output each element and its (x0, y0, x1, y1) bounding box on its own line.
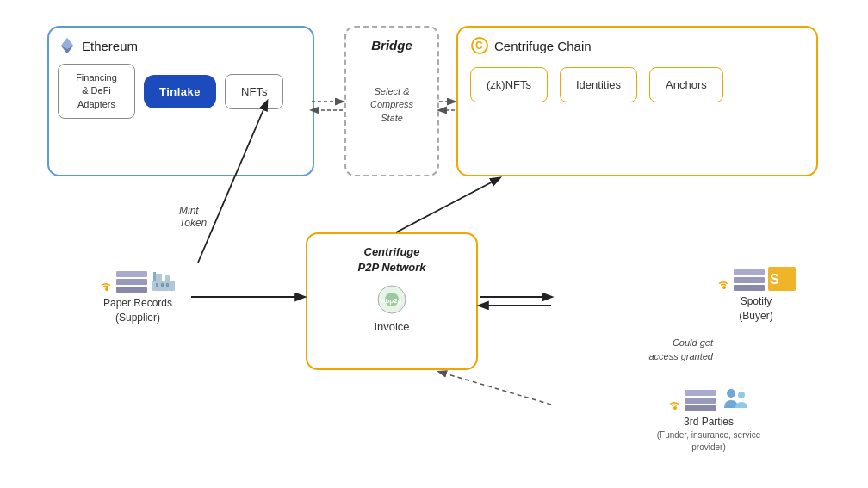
centrifuge-chain-box: C Centrifuge Chain (zk)NFTs Identities A… (456, 26, 818, 176)
svg-rect-8 (155, 274, 162, 281)
p2p-title: CentrifugeP2P Network (358, 244, 426, 275)
centrifuge-items: (zk)NFTs Identities Anchors (470, 67, 804, 102)
svg-point-17 (738, 392, 745, 398)
ethereum-icon (58, 36, 77, 55)
financing-label: Financing& DeFiAdapters (76, 72, 117, 109)
spotify-node: S Spotify(Buyer) (700, 267, 812, 324)
factory-icon (151, 267, 177, 293)
anchors-box: Anchors (649, 67, 723, 102)
paper-records-node: Paper Records(Supplier) (86, 267, 189, 325)
paper-records-wifi-icon (99, 279, 113, 293)
people-icon (719, 387, 750, 411)
paper-records-server (116, 271, 147, 293)
anchors-label: Anchors (666, 78, 707, 91)
centrifuge-chain-title: C Centrifuge Chain (470, 36, 804, 55)
svg-rect-11 (161, 283, 164, 287)
identities-box: Identities (560, 67, 637, 102)
third-parties-label: 3rd Parties (644, 415, 773, 429)
third-parties-wifi-icon (667, 398, 681, 411)
third-parties-server (685, 390, 716, 411)
centrifuge-chain-label: Centrifuge Chain (494, 39, 592, 53)
svg-rect-9 (165, 275, 170, 281)
tinlake-label: Tinlake (159, 85, 201, 98)
third-parties-node: 3rd Parties (Funder, insurance, service … (644, 387, 773, 454)
financing-box: Financing& DeFiAdapters (58, 64, 135, 119)
nfts-box: NFTs (225, 74, 283, 109)
svg-text:S: S (770, 272, 779, 287)
svg-text:C: C (475, 40, 483, 52)
invoice-label: Invoice (374, 320, 409, 333)
identities-label: Identities (576, 78, 621, 91)
p2p-network-box: CentrifugeP2P Network libp2p Invoice (306, 232, 478, 370)
paper-records-icon-row (86, 267, 189, 293)
spotify-server (734, 269, 765, 291)
ethereum-title: Ethereum (58, 36, 304, 55)
ethereum-box: Ethereum Financing& DeFiAdapters Tinlake… (47, 26, 314, 176)
p2p-icon-area: libp2p Invoice (374, 284, 409, 333)
spotify-wifi-icon (716, 277, 730, 291)
tinlake-badge: Tinlake (144, 75, 216, 108)
svg-rect-13 (153, 272, 156, 281)
libp2p-icon: libp2p (376, 284, 407, 315)
ethereum-inner: Financing& DeFiAdapters Tinlake NFTs (58, 64, 304, 119)
ethereum-label: Ethereum (82, 39, 138, 53)
spotify-logo-icon: S (768, 267, 796, 291)
svg-rect-12 (166, 283, 169, 287)
spotify-icon-row: S (700, 267, 812, 291)
spotify-label: Spotify(Buyer) (700, 294, 812, 324)
svg-rect-10 (156, 283, 158, 287)
bridge-title: Bridge (371, 38, 412, 53)
zknfts-label: (zk)NFTs (487, 78, 531, 91)
bridge-box: Bridge Select &CompressState (344, 26, 439, 176)
mint-token-label: MintToken (179, 205, 207, 229)
paper-records-label: Paper Records(Supplier) (86, 296, 189, 325)
p2p-to-chain-arrow (396, 178, 499, 232)
bridge-subtitle: Select &CompressState (370, 85, 413, 125)
third-parties-to-p2p-arrow (439, 372, 551, 405)
third-parties-sublabel: (Funder, insurance, service provider) (644, 429, 773, 454)
centrifuge-chain-icon: C (470, 36, 489, 55)
nfts-label: NFTs (241, 85, 267, 98)
zknfts-box: (zk)NFTs (470, 67, 548, 102)
svg-point-16 (727, 389, 735, 398)
svg-text:libp2p: libp2p (381, 297, 402, 305)
access-granted-label: Could getaccess granted (648, 337, 713, 363)
diagram-container: Ethereum Financing& DeFiAdapters Tinlake… (0, 0, 868, 488)
third-parties-icon-row (644, 387, 773, 411)
third-parties-main-label: 3rd Parties (684, 416, 734, 428)
